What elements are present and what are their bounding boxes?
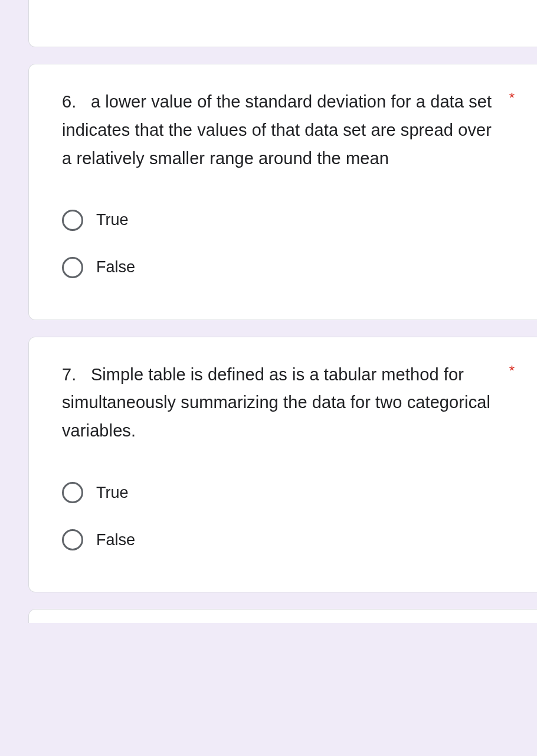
question-header: 7. Simple table is defined as is a tabul… xyxy=(62,361,515,446)
option-false[interactable]: False xyxy=(62,249,515,286)
option-label: False xyxy=(96,258,135,276)
option-false[interactable]: False xyxy=(62,521,515,559)
question-card-6: 6. a lower value of the standard deviati… xyxy=(28,64,537,320)
question-number: 6. xyxy=(62,92,76,111)
radio-icon xyxy=(62,257,83,278)
option-label: True xyxy=(96,211,129,229)
question-text: 7. Simple table is defined as is a tabul… xyxy=(62,361,500,446)
question-header: 6. a lower value of the standard deviati… xyxy=(62,88,515,173)
option-true[interactable]: True xyxy=(62,201,515,239)
question-number: 7. xyxy=(62,365,76,384)
radio-icon xyxy=(62,482,83,503)
next-card-edge xyxy=(28,609,537,623)
question-card-7: 7. Simple table is defined as is a tabul… xyxy=(28,337,537,593)
required-indicator: * xyxy=(509,361,515,381)
option-true[interactable]: True xyxy=(62,474,515,511)
option-label: True xyxy=(96,484,129,502)
question-text: 6. a lower value of the standard deviati… xyxy=(62,88,500,173)
previous-card-edge xyxy=(28,0,537,47)
question-body: Simple table is defined as is a tabular … xyxy=(62,365,490,441)
radio-icon xyxy=(62,210,83,231)
required-indicator: * xyxy=(509,88,515,108)
form-container: 6. a lower value of the standard deviati… xyxy=(0,0,537,623)
question-body: a lower value of the standard deviation … xyxy=(62,92,492,168)
option-label: False xyxy=(96,531,135,549)
radio-icon xyxy=(62,529,83,550)
